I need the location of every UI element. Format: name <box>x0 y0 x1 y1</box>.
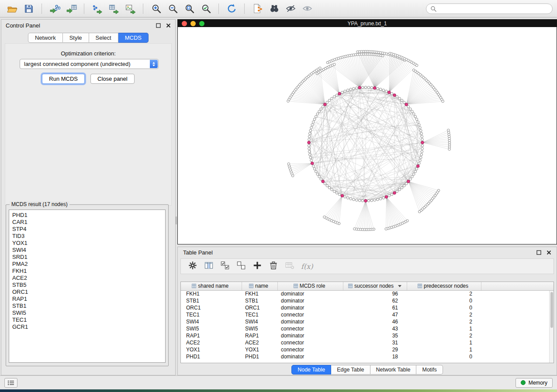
table-toolbar: f(x) <box>180 258 554 274</box>
mcds-result-item[interactable]: FKH1 <box>12 268 162 275</box>
import-table-button[interactable] <box>63 2 79 15</box>
mcds-result-item[interactable]: PHD1 <box>12 212 162 219</box>
share-document-icon <box>252 3 263 14</box>
import-table-icon <box>66 3 77 14</box>
memory-button[interactable]: Memory <box>515 378 553 388</box>
table-row[interactable]: FKH1FKH1dominator962 <box>181 290 554 297</box>
table-row[interactable]: PHD1PHD1dominator180 <box>181 353 554 360</box>
add-row-button[interactable] <box>253 261 262 272</box>
mcds-result-item[interactable]: SWI5 <box>12 309 162 316</box>
float-panel-icon[interactable] <box>156 23 161 28</box>
sort-icon <box>294 284 298 288</box>
function-builder-button[interactable]: f(x) <box>301 262 313 271</box>
network-canvas[interactable] <box>178 27 557 244</box>
unselect-all-button[interactable] <box>236 261 246 272</box>
scrollbar-thumb[interactable] <box>550 292 553 328</box>
tab-edge-table[interactable]: Edge Table <box>331 365 370 375</box>
mcds-result-item[interactable]: SRD1 <box>12 254 162 261</box>
close-panel-icon[interactable] <box>547 250 551 255</box>
network-graph[interactable] <box>178 27 557 244</box>
save-button[interactable] <box>21 2 37 15</box>
show-columns-button[interactable] <box>204 261 214 272</box>
mcds-result-item[interactable]: ACE2 <box>12 275 162 282</box>
mcds-result-item[interactable]: GCR1 <box>12 323 162 330</box>
mcds-result-item[interactable]: CAR1 <box>12 219 162 226</box>
vertical-splitter-handle[interactable] <box>176 217 177 224</box>
open-folder-button[interactable] <box>4 2 20 15</box>
search-box[interactable] <box>426 3 553 14</box>
table-row[interactable]: STB1STB1dominator620 <box>181 297 554 304</box>
export-network-button[interactable] <box>89 2 105 15</box>
hide-selected-button[interactable] <box>283 2 298 15</box>
column-header-shared-name[interactable]: shared name <box>181 282 242 290</box>
mcds-result-title: MCDS result (17 nodes) <box>10 201 69 207</box>
mcds-result-list[interactable]: PHD1CAR1STP4TID3YOX1SWI4SRD1PMA2FKH1ACE2… <box>9 210 166 363</box>
tab-network-table[interactable]: Network Table <box>370 365 417 375</box>
tab-style[interactable]: Style <box>63 33 89 43</box>
network-view-window: YPA_prune.txt_1 <box>177 19 557 244</box>
table-row[interactable]: RAP1RAP1dominator352 <box>181 332 554 339</box>
export-network-icon <box>92 3 103 14</box>
gear-icon <box>188 261 197 270</box>
delete-row-button[interactable] <box>269 261 278 272</box>
show-panels-button[interactable] <box>4 378 17 388</box>
table-row[interactable]: SWI5SWI5connector431 <box>181 325 554 332</box>
select-all-button[interactable] <box>220 261 230 272</box>
mcds-result-item[interactable]: STB5 <box>12 282 162 289</box>
table-scrollbar[interactable] <box>549 291 554 363</box>
table-settings-button[interactable] <box>188 261 197 272</box>
toolbar-separator <box>42 3 42 14</box>
search-binoculars-button[interactable] <box>266 2 282 15</box>
toolbar-separator <box>218 3 219 14</box>
close-panel-button[interactable]: Close panel <box>90 74 135 84</box>
sort-icon <box>418 284 422 288</box>
export-image-button[interactable] <box>122 2 138 15</box>
optimization-dropdown[interactable]: largest connected component (undirected) <box>20 59 159 69</box>
column-header-successor-nodes[interactable]: successor nodes <box>343 282 407 290</box>
mcds-result-item[interactable]: PMA2 <box>12 261 162 268</box>
mcds-result-item[interactable]: RAP1 <box>12 296 162 303</box>
sort-icon <box>192 284 196 288</box>
mcds-result-item[interactable]: TEC1 <box>12 316 162 323</box>
tab-network[interactable]: Network <box>28 33 63 43</box>
share-document-button[interactable] <box>249 2 265 15</box>
zoom-fit-button[interactable] <box>181 2 197 15</box>
float-panel-icon[interactable] <box>536 250 541 255</box>
zoom-out-button[interactable] <box>165 2 180 15</box>
tab-mcds[interactable]: MCDS <box>118 33 149 43</box>
table-row[interactable]: ACE2ACE2connector311 <box>181 339 554 346</box>
mcds-result-item[interactable]: SWI4 <box>12 247 162 254</box>
export-image-icon <box>125 3 136 14</box>
column-header-MCDS-role[interactable]: MCDS role <box>277 282 343 290</box>
search-input[interactable] <box>439 6 548 12</box>
mcds-result-item[interactable]: TID3 <box>12 233 162 240</box>
mcds-result-item[interactable]: STP4 <box>12 226 162 233</box>
table-row[interactable]: ORC1ORC1dominator610 <box>181 304 554 311</box>
mcds-result-item[interactable]: YOX1 <box>12 240 162 247</box>
column-header-predecessor-nodes[interactable]: predecessor nodes <box>407 282 481 290</box>
close-window-icon[interactable] <box>182 21 187 26</box>
mcds-result-item[interactable]: STB1 <box>12 303 162 309</box>
import-network-button[interactable] <box>47 2 62 15</box>
zoom-selected-button[interactable] <box>198 2 214 15</box>
refresh-button[interactable] <box>224 2 239 15</box>
table-row[interactable]: SWI4SWI4dominator462 <box>181 318 554 325</box>
toolbar-separator <box>84 3 84 14</box>
tab-motifs[interactable]: Motifs <box>416 365 443 375</box>
column-header-name[interactable]: name <box>242 282 277 290</box>
select-all-icon <box>220 261 230 270</box>
run-mcds-button[interactable]: Run MCDS <box>42 74 85 84</box>
table-row[interactable]: YOX1YOX1connector291 <box>181 346 554 353</box>
maximize-window-icon[interactable] <box>199 21 204 26</box>
minimize-window-icon[interactable] <box>190 21 196 26</box>
close-panel-icon[interactable] <box>166 23 171 28</box>
zoom-in-button[interactable] <box>148 2 164 15</box>
table-header-row: shared namenameMCDS rolesuccessor nodesp… <box>181 282 554 290</box>
tab-node-table[interactable]: Node Table <box>291 365 331 375</box>
mcds-result-item[interactable]: ORC1 <box>12 289 162 296</box>
tab-select[interactable]: Select <box>89 33 118 43</box>
export-table-button[interactable] <box>106 2 121 15</box>
show-all-button[interactable] <box>299 2 315 15</box>
control-panel-title: Control Panel <box>6 22 40 29</box>
table-row[interactable]: TEC1TEC1connector472 <box>181 311 554 318</box>
